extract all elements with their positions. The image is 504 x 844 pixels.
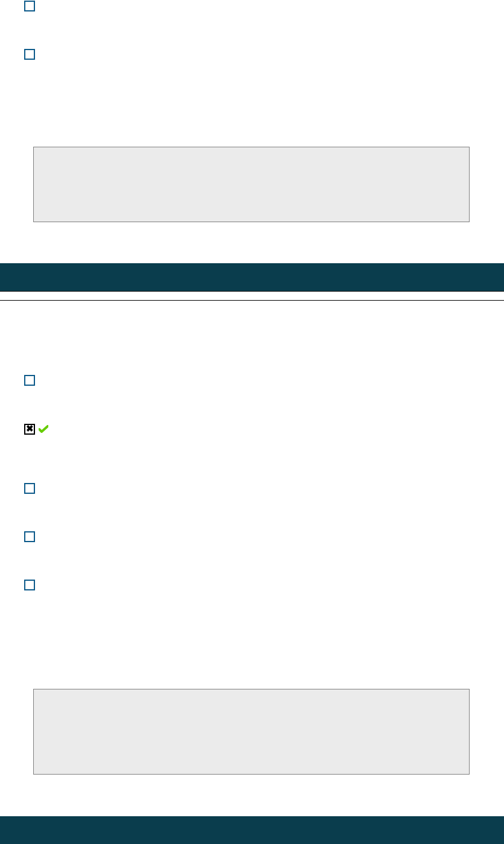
checkbox-c[interactable] bbox=[24, 483, 35, 494]
checkbox-d[interactable] bbox=[24, 1, 35, 11]
checkbox-e[interactable] bbox=[24, 49, 35, 60]
comment-textarea-1[interactable] bbox=[33, 147, 470, 222]
option-row-e2 bbox=[24, 580, 35, 590]
section-header-bar bbox=[0, 263, 504, 291]
section-header-bar-2 bbox=[0, 816, 504, 844]
option-row-c bbox=[24, 483, 35, 494]
checkbox-a[interactable] bbox=[24, 375, 35, 386]
checkbox-e2[interactable] bbox=[24, 580, 35, 590]
option-row-e bbox=[24, 49, 35, 60]
option-row-d2 bbox=[24, 531, 35, 542]
checkmark-icon bbox=[39, 425, 48, 433]
checkbox-b[interactable] bbox=[24, 424, 35, 435]
option-row-a bbox=[24, 375, 35, 386]
option-row-d bbox=[24, 1, 35, 11]
section-subheader-strip bbox=[0, 291, 504, 301]
option-row-b bbox=[24, 424, 48, 435]
comment-textarea-2[interactable] bbox=[33, 689, 470, 775]
checkbox-d2[interactable] bbox=[24, 531, 35, 542]
